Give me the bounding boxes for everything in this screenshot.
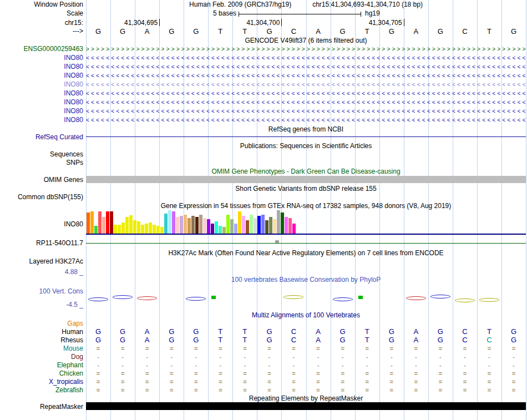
sym-cell: =	[453, 386, 477, 394]
gtex-bar[interactable]	[125, 217, 129, 234]
gtex-bar[interactable]	[211, 224, 214, 234]
h3k27ac-label[interactable]: Layered H3K27Ac	[0, 257, 83, 265]
gene-track-arrows[interactable]: <<<<<<<<<<<<<<<<<<<<<<<<<<<<<<<<<<<<<<<<…	[86, 108, 526, 115]
align-row-label[interactable]: Mouse	[0, 345, 83, 352]
gtex-bar[interactable]	[207, 219, 210, 234]
chrom-label[interactable]: chr15:	[0, 19, 83, 27]
gtex-bar[interactable]	[265, 220, 268, 234]
gtex-bar[interactable]	[160, 227, 164, 234]
gtex-bar[interactable]	[281, 212, 284, 234]
gtex-bar[interactable]	[285, 217, 288, 234]
gtex-bar[interactable]	[102, 217, 105, 234]
gtex-bar[interactable]	[87, 212, 90, 234]
gene-track-label[interactable]: ENSG00000259463	[0, 45, 83, 53]
gtex-bar[interactable]	[129, 215, 133, 234]
gtex-bar[interactable]	[219, 226, 222, 234]
align-row-label[interactable]: X_tropicalis	[0, 378, 83, 386]
gtex-bar[interactable]	[149, 222, 152, 234]
gtex-bar[interactable]	[184, 215, 187, 234]
lincrna-label[interactable]: RP11-540O11.7	[0, 239, 83, 247]
gtex-bar[interactable]	[234, 224, 237, 234]
gene-track-arrows[interactable]: <<<<<<<<<<<<<<<<<<<<<<<<<<<<<<<<<<<<<<<<…	[86, 90, 526, 97]
gtex-bar[interactable]	[90, 211, 94, 234]
gtex-gene-label[interactable]: INO80	[0, 220, 83, 228]
gtex-bar[interactable]	[110, 211, 113, 234]
gene-track-label[interactable]: INO80	[0, 72, 83, 79]
align-row-label[interactable]: Dog	[0, 353, 83, 361]
gtex-bar[interactable]	[133, 220, 136, 234]
gtex-bar[interactable]	[172, 211, 175, 234]
gene-track-label[interactable]: INO80	[0, 89, 83, 97]
gtex-bar[interactable]	[137, 221, 140, 234]
gene-track-arrows[interactable]: <<<<<<<<<<<<<<<<<<<<<<<<<<<<<<<<<<<<<<<<…	[86, 54, 526, 62]
gtex-bar[interactable]	[288, 218, 292, 234]
gtex-bar[interactable]	[188, 218, 191, 234]
refseq-gene-line[interactable]	[86, 136, 526, 137]
sequences-label[interactable]: Sequences	[0, 150, 83, 158]
gtex-bar[interactable]	[121, 222, 125, 234]
gtex-bar[interactable]	[292, 224, 296, 234]
lincrna-gene-line[interactable]	[86, 243, 526, 244]
gtex-bar[interactable]	[215, 221, 218, 234]
gene-track-arrows[interactable]: >>>>>>>>>>>>>>>>>>>>>>>>>>>>>>>>>>>>>>>>…	[86, 45, 526, 53]
gtex-bar[interactable]	[261, 215, 265, 234]
align-row-label[interactable]: Human	[0, 328, 83, 336]
gene-track-label[interactable]: INO80	[0, 63, 83, 70]
snps-label[interactable]: SNPs	[0, 159, 83, 166]
gene-track-label[interactable]: INO80	[0, 80, 83, 88]
align-row-label[interactable]: Chicken	[0, 370, 83, 377]
gene-track-label[interactable]: INO80	[0, 116, 83, 124]
gtex-bar[interactable]	[273, 219, 276, 234]
gtex-bar[interactable]	[238, 211, 241, 234]
gtex-bar[interactable]	[94, 226, 98, 234]
gtex-bar[interactable]	[98, 211, 102, 234]
sym-cell: =	[110, 386, 135, 394]
gtex-bar[interactable]	[254, 218, 257, 234]
gene-track-arrows[interactable]: <<<<<<<<<<<<<<<<<<<<<<<<<<<<<<<<<<<<<<<<…	[86, 63, 526, 70]
gene-track-arrows[interactable]: <<<<<<<<<<<<<<<<<<<<<<<<<<<<<<<<<<<<<<<<…	[86, 72, 526, 79]
gtex-bar[interactable]	[106, 211, 109, 234]
gtex-bar[interactable]	[180, 216, 183, 234]
gtex-bar[interactable]	[195, 217, 199, 234]
refseq-curated-label[interactable]: RefSeq Curated	[0, 133, 83, 141]
align-row-label[interactable]: Elephant	[0, 361, 83, 369]
gtex-bar[interactable]	[246, 220, 249, 234]
gtex-bar[interactable]	[242, 216, 245, 234]
gtex-bar[interactable]	[226, 215, 230, 234]
omim-genes-label[interactable]: OMIM Genes	[0, 176, 83, 184]
gtex-bar[interactable]	[257, 216, 261, 234]
align-row-label[interactable]: Rhesus	[0, 336, 83, 344]
gtex-bar[interactable]	[114, 225, 117, 234]
gtex-bar[interactable]	[141, 225, 144, 234]
gtex-bar[interactable]	[145, 224, 148, 234]
gtex-bar[interactable]	[118, 225, 121, 234]
gtex-bar[interactable]	[176, 217, 179, 234]
gtex-bar[interactable]	[164, 214, 168, 234]
gene-track-arrows[interactable]: <<<<<<<<<<<<<<<<<<<<<<<<<<<<<<<<<<<<<<<<…	[86, 99, 526, 106]
dbsnp-label[interactable]: Common dbSNP(155)	[0, 193, 83, 201]
gtex-bar[interactable]	[277, 210, 280, 234]
gtex-bar[interactable]	[269, 217, 272, 234]
align-row-label[interactable]: Zebrafish	[0, 386, 83, 394]
gene-track-label[interactable]: INO80	[0, 98, 83, 106]
omim-gene-bar[interactable]	[86, 176, 526, 183]
phylop-track-label[interactable]: 100 Vert. Cons	[0, 287, 83, 295]
strand-label[interactable]: --->	[0, 27, 83, 35]
gene-track-label[interactable]: INO80	[0, 107, 83, 115]
gtex-bar[interactable]	[203, 218, 206, 234]
repeatmasker-bar[interactable]	[86, 402, 526, 410]
gene-track-arrows[interactable]: <<<<<<<<<<<<<<<<<<<<<<<<<<<<<<<<<<<<<<<<…	[86, 81, 526, 88]
align-row-label[interactable]: Gaps	[0, 320, 83, 327]
gtex-bar[interactable]	[222, 227, 226, 234]
gtex-bar[interactable]	[230, 219, 234, 234]
gtex-bar[interactable]	[168, 210, 171, 234]
gtex-bar[interactable]	[199, 215, 202, 234]
sym-cell: =	[428, 386, 453, 394]
gene-track-arrows[interactable]: <<<<<<<<<<<<<<<<<<<<<<<<<<<<<<<<<<<<<<<<…	[86, 117, 526, 124]
gene-track-label[interactable]: INO80	[0, 54, 83, 62]
gtex-bar[interactable]	[250, 215, 253, 234]
gtex-bar[interactable]	[191, 216, 195, 234]
gtex-bar[interactable]	[156, 226, 160, 234]
gtex-bar[interactable]	[153, 225, 156, 234]
repeatmasker-label[interactable]: RepeatMasker	[0, 403, 83, 411]
